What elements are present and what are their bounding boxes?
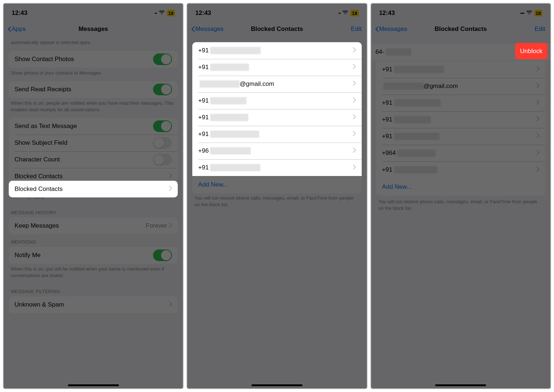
chevron-right-icon xyxy=(537,133,539,140)
blocked-contact-row[interactable]: +91 xyxy=(192,59,361,76)
blocked-contact-row[interactable]: @gmail.com xyxy=(376,78,545,95)
blocked-contact-row[interactable]: +91 xyxy=(376,95,545,111)
blocked-contact-row[interactable]: +91 xyxy=(376,161,545,178)
screenshot-panel-1: 12:43 •• 18 Apps Messages automatically … xyxy=(3,3,184,389)
row-label: Blocked Contacts xyxy=(15,185,169,193)
phone-prefix: +91 xyxy=(382,99,393,107)
toggle-show-contact-photos[interactable] xyxy=(153,53,172,65)
redacted-text xyxy=(394,133,439,140)
redacted-text xyxy=(200,80,240,88)
intro-footer: automatically appear in selected apps. xyxy=(4,37,183,51)
back-button[interactable]: Apps xyxy=(8,25,26,33)
chevron-right-icon xyxy=(537,99,539,107)
email-suffix: @gmail.com xyxy=(423,83,458,90)
row-show-subject[interactable]: Show Subject Field xyxy=(9,135,178,151)
chevron-right-icon xyxy=(169,173,172,180)
row-notify-me[interactable]: Notify Me xyxy=(9,247,178,264)
cell-signal-icon: •• xyxy=(155,11,157,15)
row-char-count[interactable]: Character Count xyxy=(9,151,178,168)
phone-prefix: +964 xyxy=(382,149,396,157)
phone-prefix: +96 xyxy=(198,147,209,155)
row-keep-messages[interactable]: Keep Messages Forever xyxy=(9,217,178,234)
row-label: Send Read Receipts xyxy=(15,86,153,93)
highlight-blocked-list: +91+91@gmail.com+91+91+91+96+91 xyxy=(192,42,361,176)
add-new-button[interactable]: Add New... xyxy=(376,178,545,196)
clock: 12:43 xyxy=(12,9,27,17)
blocked-contact-row[interactable]: +91 xyxy=(376,128,545,145)
row-blocked-contacts-highlight[interactable]: Blocked Contacts xyxy=(9,181,178,197)
redacted-text xyxy=(210,164,260,171)
status-bar: 12:43 •• 18 xyxy=(187,4,366,21)
toggle-send-as-text[interactable] xyxy=(153,120,172,132)
header-filtering: MESSAGE FILTERING xyxy=(4,284,183,296)
header-mentions: MENTIONS xyxy=(4,234,183,247)
redacted-text xyxy=(210,97,246,104)
blocked-contact-row[interactable]: +91 xyxy=(376,61,545,78)
row-show-contact-photos[interactable]: Show Contact Photos xyxy=(9,51,178,68)
redacted-text xyxy=(386,48,411,56)
row-label: Keep Messages xyxy=(15,222,146,229)
add-new-button[interactable]: Add New... xyxy=(192,176,361,193)
row-send-as-text[interactable]: Send as Text Message xyxy=(9,118,178,135)
row-read-receipts[interactable]: Send Read Receipts xyxy=(9,81,178,98)
blocked-contact-row[interactable]: +91 xyxy=(376,111,545,128)
phone-prefix: +91 xyxy=(198,131,209,138)
phone-prefix: +91 xyxy=(198,164,209,171)
row-value: Forever xyxy=(146,222,167,229)
edit-button[interactable]: Edit xyxy=(351,25,361,33)
redacted-text xyxy=(394,99,441,107)
chevron-right-icon xyxy=(537,83,539,90)
row-label: Show Contact Photos xyxy=(15,56,153,63)
page-title: Messages xyxy=(79,25,108,33)
screenshot-panel-2: 12:43 •• 18 Messages Blocked Contacts Ed… xyxy=(186,3,367,389)
wifi-icon xyxy=(159,10,165,16)
blocked-list: +91@gmail.com+91+91+91+964+91 Add New... xyxy=(376,61,545,196)
unblock-button[interactable]: Unblock xyxy=(515,43,547,59)
blocked-contact-row[interactable]: +91 xyxy=(192,159,361,176)
blocked-contact-row[interactable]: @gmail.com xyxy=(192,76,361,92)
toggle-notify-me[interactable] xyxy=(153,249,172,261)
page-title: Blocked Contacts xyxy=(251,25,303,33)
header-message-history: MESSAGE HISTORY xyxy=(4,205,183,217)
blocked-contact-row[interactable]: +91 xyxy=(192,92,361,109)
blocked-contact-row[interactable]: +91 xyxy=(192,109,361,126)
clock: 12:43 xyxy=(195,9,211,17)
phone-prefix: +91 xyxy=(382,66,393,73)
footer-blocklist: You will not receive phone calls, messag… xyxy=(187,193,366,213)
blocked-contact-row[interactable]: +96 xyxy=(192,143,361,159)
phone-prefix: +91 xyxy=(198,97,209,104)
blocked-number-partial: 64- xyxy=(371,48,385,56)
wifi-icon xyxy=(526,10,532,16)
battery-icon: 18 xyxy=(350,10,358,16)
status-bar: 12:43 •• 18 xyxy=(4,4,183,21)
back-button[interactable]: Messages xyxy=(376,25,407,33)
chevron-right-icon xyxy=(537,149,539,157)
toggle-char-count[interactable] xyxy=(153,154,172,165)
chevron-right-icon xyxy=(353,131,356,138)
redacted-text xyxy=(394,116,431,123)
blocked-contact-row[interactable]: +964 xyxy=(376,145,545,161)
phone-prefix: +91 xyxy=(382,133,393,140)
phone-prefix: +91 xyxy=(198,114,209,121)
blocked-contact-row[interactable]: +91 xyxy=(192,126,361,143)
back-button[interactable]: Messages xyxy=(192,25,223,33)
email-suffix: @gmail.com xyxy=(240,80,274,88)
chevron-left-icon xyxy=(8,27,11,32)
chevron-right-icon xyxy=(353,80,356,88)
row-unknown-spam[interactable]: Unknown & Spam xyxy=(9,296,178,313)
phone-prefix: +91 xyxy=(198,47,209,54)
nav-bar: Messages Blocked Contacts Edit xyxy=(371,21,550,37)
redacted-text xyxy=(210,114,248,121)
toggle-read-receipts[interactable] xyxy=(153,84,172,95)
toggle-show-subject[interactable] xyxy=(153,137,172,149)
phone-prefix: +91 xyxy=(382,166,393,173)
wifi-icon xyxy=(342,10,348,16)
settings-scroll[interactable]: automatically appear in selected apps. S… xyxy=(4,37,183,388)
blocked-contact-row[interactable]: +91 xyxy=(192,42,361,59)
edit-button[interactable]: Edit xyxy=(535,25,545,33)
chevron-right-icon xyxy=(353,47,356,54)
redacted-text xyxy=(210,47,261,54)
chevron-right-icon xyxy=(353,114,356,121)
home-indicator xyxy=(252,384,302,386)
chevron-right-icon xyxy=(169,186,172,192)
